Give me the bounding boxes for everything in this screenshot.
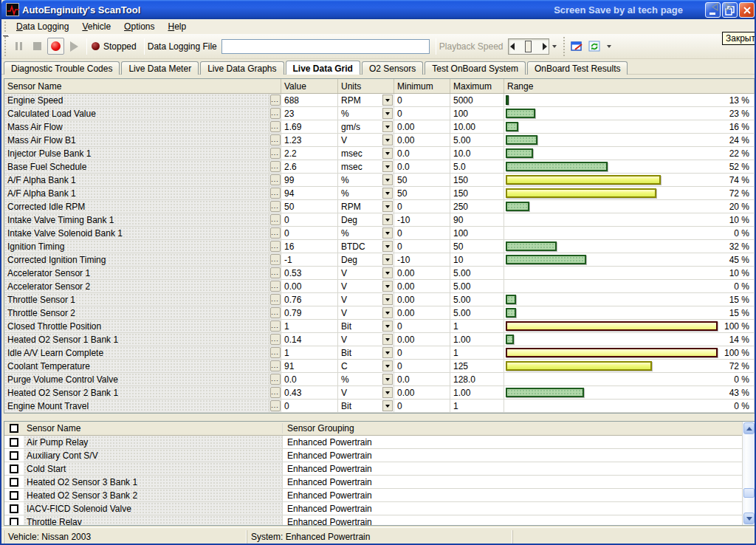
units-dropdown-button[interactable] xyxy=(382,227,393,239)
range-percent-label: 22 % xyxy=(729,148,749,159)
stop-button[interactable] xyxy=(29,38,46,55)
units-dropdown-button[interactable] xyxy=(382,400,393,411)
sensor-checkbox[interactable] xyxy=(10,504,18,513)
slider-left-arrow-icon[interactable] xyxy=(510,43,515,50)
units-dropdown-button[interactable] xyxy=(382,161,393,172)
sensor-checkbox[interactable] xyxy=(10,451,18,460)
units-dropdown-button[interactable] xyxy=(382,174,393,185)
scrollbar-thumb[interactable] xyxy=(743,488,755,498)
tab[interactable]: O2 Sensors xyxy=(362,61,423,75)
ellipsis-button[interactable]: ... xyxy=(270,334,281,345)
toolbar-overflow-button[interactable] xyxy=(551,39,559,54)
pause-button[interactable] xyxy=(10,38,27,55)
toolbar-overflow-button[interactable] xyxy=(605,39,614,54)
scroll-up-button[interactable] xyxy=(743,422,755,434)
units-dropdown-button[interactable] xyxy=(382,108,393,119)
ellipsis-button[interactable]: ... xyxy=(270,387,281,398)
ellipsis-button[interactable]: ... xyxy=(270,241,281,252)
header-value[interactable]: Value xyxy=(281,79,338,93)
units-dropdown-button[interactable] xyxy=(382,241,393,252)
close-button[interactable] xyxy=(739,2,755,18)
ellipsis-button[interactable]: ... xyxy=(270,108,281,119)
view-form-button[interactable] xyxy=(569,38,585,55)
units-dropdown-button[interactable] xyxy=(382,254,393,265)
header-sensor-grouping[interactable]: Sensor Grouping xyxy=(283,423,755,433)
units-dropdown-button[interactable] xyxy=(382,347,393,358)
slider-thumb[interactable] xyxy=(525,41,532,52)
ellipsis-button[interactable]: ... xyxy=(270,161,281,172)
refresh-button[interactable] xyxy=(587,38,603,55)
ellipsis-button[interactable]: ... xyxy=(270,281,281,292)
ellipsis-button[interactable]: ... xyxy=(270,294,281,305)
tab[interactable]: OnBoard Test Results xyxy=(527,61,628,75)
ellipsis-button[interactable]: ... xyxy=(270,321,281,332)
data-logging-file-input[interactable] xyxy=(221,39,430,54)
units-dropdown-button[interactable] xyxy=(382,281,393,292)
units-dropdown-button[interactable] xyxy=(382,321,393,332)
units-dropdown-button[interactable] xyxy=(382,307,393,318)
header-sensor-name[interactable]: Sensor Name xyxy=(24,423,283,433)
play-button[interactable] xyxy=(66,38,83,55)
menu-item[interactable]: Options xyxy=(117,20,161,33)
header-sensor-name[interactable]: Sensor Name xyxy=(4,79,281,93)
tab-scroll-right-icon[interactable] xyxy=(726,3,732,11)
ellipsis-button[interactable]: ... xyxy=(270,174,281,185)
sensor-checkbox[interactable] xyxy=(10,478,18,487)
ellipsis-button[interactable]: ... xyxy=(270,227,281,239)
header-minimum[interactable]: Minimum xyxy=(394,79,450,93)
units-dropdown-button[interactable] xyxy=(382,134,393,145)
sensor-checkbox[interactable] xyxy=(10,518,18,527)
ellipsis-button[interactable]: ... xyxy=(270,148,281,159)
ellipsis-button[interactable]: ... xyxy=(270,374,281,385)
units-dropdown-button[interactable] xyxy=(382,188,393,199)
toolbar-grip-handle[interactable] xyxy=(563,36,566,55)
menu-item[interactable]: Data Logging xyxy=(10,20,75,33)
ellipsis-button[interactable]: ... xyxy=(270,254,281,265)
tab[interactable]: Diagnostic Trouble Codes xyxy=(4,61,120,75)
tab[interactable]: Live Data Meter xyxy=(121,61,199,75)
units-dropdown-button[interactable] xyxy=(382,214,393,225)
tab-scroll-left-icon[interactable] xyxy=(712,3,718,11)
units-dropdown-button[interactable] xyxy=(382,148,393,159)
ellipsis-button[interactable]: ... xyxy=(270,400,281,411)
record-button[interactable] xyxy=(47,38,64,55)
header-range[interactable]: Range xyxy=(504,79,755,93)
header-units[interactable]: Units xyxy=(338,79,394,93)
units-dropdown-button[interactable] xyxy=(382,121,393,132)
select-all-checkbox[interactable] xyxy=(10,424,18,433)
ellipsis-button[interactable]: ... xyxy=(270,360,281,371)
units-dropdown-button[interactable] xyxy=(382,294,393,305)
ellipsis-button[interactable]: ... xyxy=(270,347,281,358)
close-tooltip-button[interactable]: Закрыть xyxy=(722,32,756,45)
ellipsis-button[interactable]: ... xyxy=(270,188,281,199)
ellipsis-button[interactable]: ... xyxy=(270,95,281,106)
ellipsis-button[interactable]: ... xyxy=(270,121,281,132)
menu-item[interactable]: Vehicle xyxy=(75,20,117,33)
ellipsis-button[interactable]: ... xyxy=(270,267,281,278)
tab[interactable]: Live Data Grid xyxy=(286,61,360,75)
units-dropdown-button[interactable] xyxy=(382,267,393,278)
units-dropdown-button[interactable] xyxy=(382,95,393,106)
sensor-checkbox[interactable] xyxy=(10,465,18,473)
tab[interactable]: Live Data Graphs xyxy=(200,61,284,75)
units-dropdown-button[interactable] xyxy=(382,387,393,398)
tab[interactable]: Test OnBoard System xyxy=(425,61,526,75)
units-dropdown-button[interactable] xyxy=(382,374,393,385)
sensor-checkbox[interactable] xyxy=(10,491,18,500)
scroll-down-button[interactable] xyxy=(743,513,755,524)
toolbar-grip-handle[interactable] xyxy=(4,36,7,55)
menu-grip-handle[interactable] xyxy=(4,21,7,32)
ellipsis-button[interactable]: ... xyxy=(270,134,281,145)
units-dropdown-button[interactable] xyxy=(382,201,393,212)
units-dropdown-button[interactable] xyxy=(382,360,393,371)
sensor-checkbox[interactable] xyxy=(10,438,18,447)
playback-speed-slider[interactable] xyxy=(508,38,549,55)
header-maximum[interactable]: Maximum xyxy=(450,79,504,93)
units-dropdown-button[interactable] xyxy=(382,334,393,345)
menu-item[interactable]: Help xyxy=(161,20,193,33)
vertical-scrollbar[interactable] xyxy=(742,422,755,525)
slider-right-arrow-icon[interactable] xyxy=(543,43,547,50)
ellipsis-button[interactable]: ... xyxy=(270,201,281,212)
ellipsis-button[interactable]: ... xyxy=(270,214,281,225)
ellipsis-button[interactable]: ... xyxy=(270,307,281,318)
